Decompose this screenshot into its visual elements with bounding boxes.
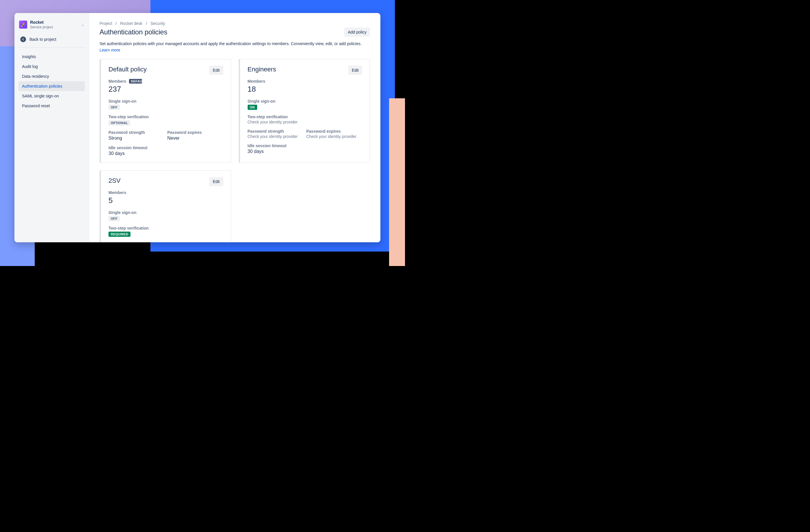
main-content: Project / Rocket desk / Security Authent… (89, 13, 380, 242)
rocket-icon: 🚀 (19, 20, 27, 29)
sidebar-item-password-reset[interactable]: Password reset (18, 101, 85, 111)
app-window: 🚀 Rocket Service project ⌄ Back to proje… (14, 13, 380, 242)
divider (18, 47, 85, 48)
add-policy-button[interactable]: Add policy (344, 28, 370, 37)
idle-label: Idle session timeout (248, 144, 362, 148)
sidebar-item-insights[interactable]: Insights (18, 52, 85, 62)
breadcrumb-rocket-desk[interactable]: Rocket desk (120, 21, 142, 26)
learn-more-link[interactable]: Learn more (99, 48, 120, 52)
page-title: Authentication policies (99, 28, 167, 36)
page-description: Set authentication policies with your ma… (99, 41, 370, 53)
edit-button[interactable]: Edit (209, 66, 223, 75)
pw-strength-note: Check your identity provider (248, 134, 304, 139)
sso-status-pill: OFF (109, 105, 120, 110)
policy-card-engineers: Engineers Edit Members 18 Single sign-on… (239, 59, 370, 163)
policy-name: Engineers (248, 66, 276, 73)
pw-expires-note: Check your identity provider (306, 134, 362, 139)
sidebar-item-auth-policies[interactable]: Authentication policies (18, 81, 85, 91)
pw-expires-value: Never (167, 136, 223, 141)
breadcrumb-project[interactable]: Project (99, 21, 112, 26)
policy-card-2sv: 2SV Edit Members 5 Single sign-on OFF Tw… (99, 170, 231, 242)
project-name: Rocket (30, 20, 78, 25)
twosv-status-pill: REQUIRED (109, 232, 130, 237)
members-count: 237 (109, 85, 223, 94)
pw-strength-value: Strong (109, 136, 164, 141)
policy-cards: Default policy Edit Members DEFAULT 237 … (99, 59, 370, 242)
policy-name: Default policy (109, 66, 147, 73)
breadcrumb: Project / Rocket desk / Security (99, 21, 370, 26)
sso-label: Single sign-on (248, 99, 362, 103)
members-label: Members (109, 79, 126, 84)
sso-status-pill: OFF (109, 216, 120, 221)
idle-label: Idle session timeout (109, 146, 223, 150)
members-label: Members (248, 79, 362, 84)
idle-value: 30 days (248, 149, 362, 154)
sidebar-nav: Insights Audit log Data residency Authen… (14, 51, 89, 112)
back-label: Back to project (30, 37, 56, 41)
sso-status-pill: ON (248, 105, 257, 110)
twosv-label: Two-step verification (109, 226, 223, 230)
members-label: Members (109, 190, 223, 195)
members-count: 18 (248, 85, 362, 94)
members-count: 5 (109, 196, 223, 205)
twosv-note: Check your identity provider (248, 120, 362, 124)
twosv-label: Two-step verification (248, 115, 362, 119)
breadcrumb-security[interactable]: Security (150, 21, 165, 26)
project-type: Service project (30, 25, 78, 30)
sidebar-item-data-residency[interactable]: Data residency (18, 71, 85, 81)
pw-strength-label: Password strength (109, 130, 164, 135)
project-switcher[interactable]: 🚀 Rocket Service project ⌄ (14, 18, 89, 34)
sidebar-item-audit-log[interactable]: Audit log (18, 62, 85, 71)
chevron-down-icon: ⌄ (81, 22, 84, 27)
policy-name: 2SV (109, 177, 120, 184)
idle-value: 30 days (109, 151, 223, 156)
sso-label: Single sign-on (109, 99, 223, 103)
sso-label: Single sign-on (109, 210, 223, 215)
sidebar: 🚀 Rocket Service project ⌄ Back to proje… (14, 13, 89, 242)
back-to-project-link[interactable]: Back to project (14, 34, 89, 47)
sidebar-item-saml-sso[interactable]: SAML single sign-on (18, 91, 85, 101)
pw-expires-label: Password expires (306, 129, 362, 134)
edit-button[interactable]: Edit (348, 66, 362, 75)
pw-strength-label: Password strength (248, 129, 304, 134)
pw-expires-label: Password expires (167, 130, 223, 135)
arrow-left-icon (20, 36, 26, 42)
twosv-label: Two-step verification (109, 115, 223, 119)
edit-button[interactable]: Edit (209, 177, 223, 186)
default-badge: DEFAULT (129, 79, 142, 84)
twosv-status-pill: OPTIONAL (109, 120, 130, 126)
policy-card-default: Default policy Edit Members DEFAULT 237 … (99, 59, 231, 163)
